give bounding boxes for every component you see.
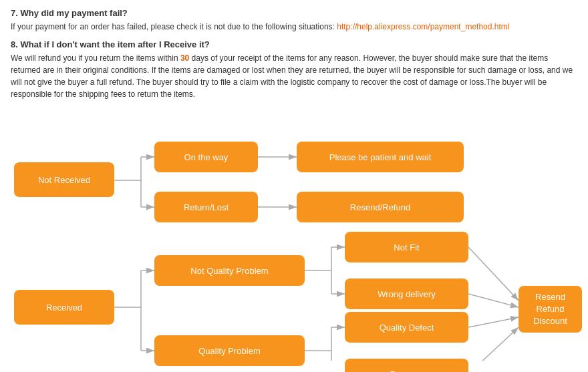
- on-the-way-node: On the way: [154, 142, 258, 172]
- not-fit-node: Not Fit: [345, 232, 468, 262]
- please-wait-node: Please be patient and wait: [297, 142, 464, 172]
- resend-refund-top-node: Resend/Refund: [297, 192, 464, 222]
- wrong-delivery-node: Wrong delivery: [345, 278, 468, 309]
- not-received-node: Not Received: [14, 162, 114, 197]
- resend-refund-discount-node: Resend Refund Discount: [519, 286, 582, 333]
- not-quality-problem-node: Not Quality Problem: [154, 255, 305, 286]
- svg-line-19: [468, 247, 519, 301]
- svg-line-22: [468, 327, 519, 361]
- svg-line-21: [468, 317, 519, 327]
- q7-title: 7. Why did my payment fail?: [11, 8, 577, 18]
- return-lost-node: Return/Lost: [154, 192, 258, 222]
- q7-body: If your payment for an order has failed,…: [11, 22, 337, 31]
- q8-text: We will refund you if you return the ite…: [11, 52, 577, 100]
- highlight-30: 30: [180, 53, 189, 63]
- q7-text: If your payment for an order has failed,…: [11, 21, 577, 33]
- q7-link[interactable]: http://help.aliexpress.com/payment_metho…: [337, 22, 509, 31]
- quality-problem-node: Quality Problem: [154, 335, 305, 366]
- flowchart: Not Received On the way Please be patien…: [11, 107, 585, 361]
- q8-title: 8. What if I don't want the item after I…: [11, 39, 577, 49]
- svg-line-20: [468, 294, 519, 307]
- received-node: Received: [14, 290, 114, 325]
- quality-defect-node: Quality Defect: [345, 312, 468, 343]
- damage-node: Damage: [345, 359, 468, 372]
